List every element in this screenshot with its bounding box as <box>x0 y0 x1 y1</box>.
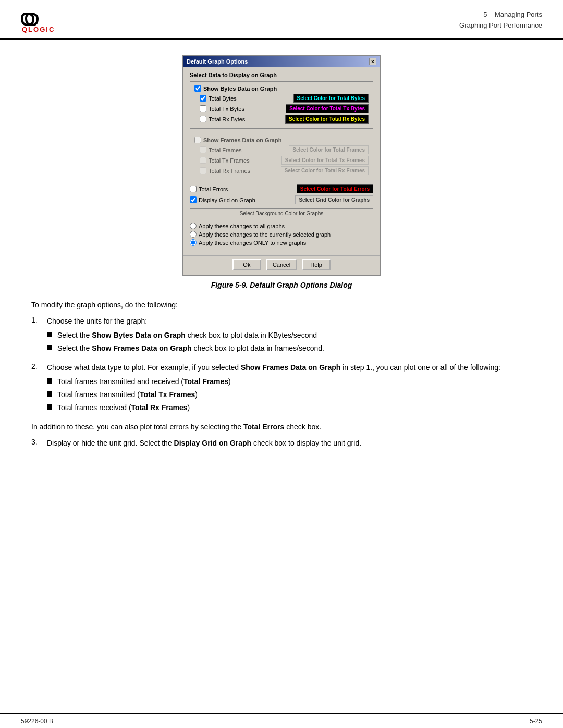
bg-color-btn[interactable]: Select Background Color for Graphs <box>190 208 373 218</box>
frames-group: Show Frames Data on Graph Total Frames S… <box>190 133 373 180</box>
radio-current-label: Apply these changes to the currently sel… <box>199 231 331 238</box>
total-tx-frames-row: Total Tx Frames Select Color for Total T… <box>194 156 369 165</box>
grid-color-btn[interactable]: Select Grid Color for Graphs <box>295 195 373 204</box>
dialog-title: Default Graph Options <box>187 58 248 65</box>
header-title: 5 – Managing Ports Graphing Port Perform… <box>459 9 542 31</box>
frames-group-label: Show Frames Data on Graph <box>203 137 282 143</box>
total-tx-bytes-checkbox[interactable] <box>200 105 206 112</box>
total-tx-frames-label: Total Tx Frames <box>209 157 250 164</box>
total-bytes-checkbox[interactable] <box>200 95 206 102</box>
bullet-frames: Select the Show Frames Data on Graph che… <box>47 343 532 354</box>
total-rx-frames-checkbox <box>200 167 206 174</box>
doc-number: 59226-00 B <box>21 718 53 725</box>
bg-color-section: Select Background Color for Graphs <box>190 208 373 223</box>
total-tx-bytes-label: Total Tx Bytes <box>209 106 244 112</box>
page-footer: 59226-00 B 5-25 <box>0 713 563 728</box>
total-rx-bytes-checkbox[interactable] <box>200 116 206 122</box>
bullet-icon <box>47 378 52 384</box>
total-bytes-color-btn[interactable]: Select Color for Total Bytes <box>293 94 369 103</box>
show-bytes-checkbox[interactable] <box>194 85 201 92</box>
bullet-icon <box>47 332 52 337</box>
bullet-total-frames: Total frames transmitted and received (T… <box>47 376 532 387</box>
total-tx-frames-checkbox <box>200 157 206 164</box>
page-header: QLOGIC 5 – Managing Ports Graphing Port … <box>0 0 563 40</box>
dialog-footer: Ok Cancel Help <box>183 255 380 275</box>
radio-current-graph[interactable] <box>190 231 197 238</box>
total-frames-color-btn: Select Color for Total Frames <box>289 145 369 154</box>
dialog-body: Select Data to Display on Graph Show Byt… <box>183 67 380 255</box>
total-rx-bytes-color-btn[interactable]: Select Color for Total Rx Bytes <box>285 115 369 124</box>
step-2-bullets: Total frames transmitted and received (T… <box>47 376 532 413</box>
cancel-button[interactable]: Cancel <box>266 259 297 270</box>
page-number: 5-25 <box>530 718 542 725</box>
intro-text: To modify the graph options, do the foll… <box>31 300 532 311</box>
total-rx-bytes-row: Total Rx Bytes Select Color for Total Rx… <box>194 115 369 124</box>
total-errors-label: Total Errors <box>199 186 228 192</box>
bullet-icon <box>47 404 52 410</box>
total-bytes-row: Total Bytes Select Color for Total Bytes <box>194 94 369 103</box>
frames-group-header: Show Frames Data on Graph <box>194 137 369 143</box>
step-1-text: Choose the units for the graph: <box>47 317 147 325</box>
total-frames-label: Total Frames <box>209 147 242 153</box>
dialog-section-title: Select Data to Display on Graph <box>190 72 373 78</box>
step-1-bullets: Select the Show Bytes Data on Graph chec… <box>47 330 532 354</box>
bullet-frames-text: Select the Show Frames Data on Graph che… <box>57 343 532 354</box>
dialog-window: Default Graph Options × Select Data to D… <box>182 55 381 276</box>
total-bytes-label: Total Bytes <box>209 95 237 102</box>
total-rx-frames-label: Total Rx Frames <box>209 168 250 174</box>
radio-new-graphs[interactable] <box>190 239 197 246</box>
logo: QLOGIC <box>21 9 57 33</box>
errors-note: In addition to these, you can also plot … <box>31 422 532 433</box>
total-tx-frames-color-btn: Select Color for Total Tx Frames <box>282 156 369 165</box>
main-content: Default Graph Options × Select Data to D… <box>0 40 563 470</box>
step-2-number: 2. <box>31 362 47 371</box>
bullet-bytes-text: Select the Show Bytes Data on Graph chec… <box>57 330 532 341</box>
total-rx-frames-color-btn: Select Color for Total Rx Frames <box>281 166 369 175</box>
step-2-text: Choose what data type to plot. For examp… <box>47 363 500 372</box>
show-frames-checkbox[interactable] <box>194 137 201 143</box>
step-1-content: Choose the units for the graph: Select t… <box>47 316 532 357</box>
bullet-tx-frames-text: Total frames transmitted (Total Tx Frame… <box>57 389 532 400</box>
bullet-tx-frames: Total frames transmitted (Total Tx Frame… <box>47 389 532 400</box>
total-frames-checkbox <box>200 146 206 153</box>
dialog-close-button[interactable]: × <box>369 58 376 65</box>
bullet-bytes: Select the Show Bytes Data on Graph chec… <box>47 330 532 341</box>
total-frames-row: Total Frames Select Color for Total Fram… <box>194 145 369 154</box>
steps-list: 1. Choose the units for the graph: Selec… <box>31 316 532 416</box>
step-1-number: 1. <box>31 316 47 324</box>
bullet-icon <box>47 345 52 350</box>
step-2: 2. Choose what data type to plot. For ex… <box>31 362 532 416</box>
dialog-titlebar: Default Graph Options × <box>183 56 380 67</box>
total-errors-color-btn[interactable]: Select Color for Total Errors <box>297 184 373 193</box>
bytes-group-label: Show Bytes Data on Graph <box>203 85 277 92</box>
step-3: 3. Display or hide the unit grid. Select… <box>31 438 532 449</box>
total-tx-bytes-row: Total Tx Bytes Select Color for Total Tx… <box>194 104 369 113</box>
step-1: 1. Choose the units for the graph: Selec… <box>31 316 532 357</box>
total-tx-bytes-color-btn[interactable]: Select Color for Total Tx Bytes <box>286 104 369 113</box>
logo-icon: QLOGIC <box>21 9 57 33</box>
radio-row-all: Apply these changes to all graphs <box>190 223 373 229</box>
radio-section: Apply these changes to all graphs Apply … <box>190 223 373 246</box>
total-rx-frames-row: Total Rx Frames Select Color for Total R… <box>194 166 369 175</box>
display-grid-label: Display Grid on Graph <box>199 197 255 203</box>
step-3-text: Display or hide the unit grid. Select th… <box>47 438 532 449</box>
radio-row-new: Apply these changes ONLY to new graphs <box>190 239 373 246</box>
bytes-group-header: Show Bytes Data on Graph <box>194 85 369 92</box>
bullet-rx-frames-text: Total frames received (Total Rx Frames) <box>57 402 532 413</box>
bullet-rx-frames: Total frames received (Total Rx Frames) <box>47 402 532 413</box>
figure-caption: Figure 5-9. Default Graph Options Dialog <box>31 281 532 289</box>
total-errors-checkbox[interactable] <box>190 186 197 192</box>
display-grid-checkbox[interactable] <box>190 196 197 203</box>
step-3-number: 3. <box>31 438 47 446</box>
radio-new-label: Apply these changes ONLY to new graphs <box>199 240 306 246</box>
total-rx-bytes-label: Total Rx Bytes <box>209 116 245 122</box>
help-button[interactable]: Help <box>302 259 331 270</box>
display-grid-row: Display Grid on Graph Select Grid Color … <box>190 195 373 204</box>
total-errors-row: Total Errors Select Color for Total Erro… <box>190 184 373 193</box>
radio-all-graphs[interactable] <box>190 223 197 229</box>
ok-button[interactable]: Ok <box>232 259 261 270</box>
bullet-icon <box>47 391 52 397</box>
radio-all-label: Apply these changes to all graphs <box>199 223 285 229</box>
dialog-container: Default Graph Options × Select Data to D… <box>31 55 532 276</box>
bytes-group: Show Bytes Data on Graph Total Bytes Sel… <box>190 81 373 129</box>
